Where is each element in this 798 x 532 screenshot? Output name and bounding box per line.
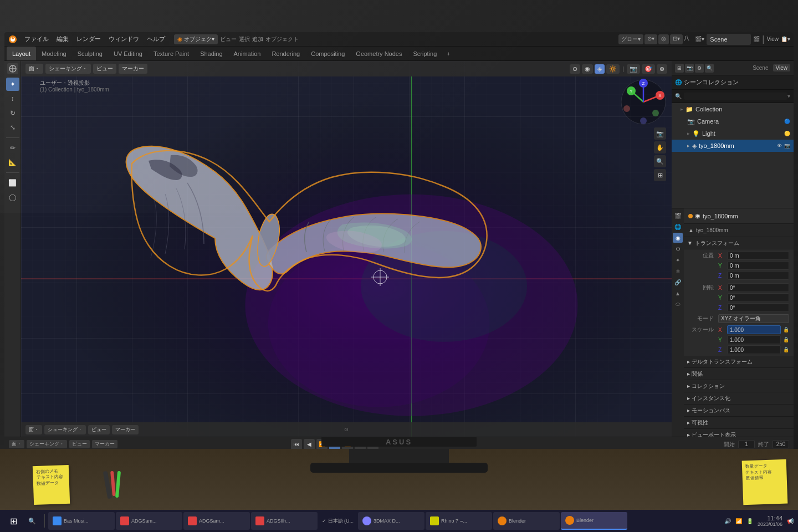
jump-start-btn[interactable]: ⏮ bbox=[291, 439, 302, 450]
tab-uv-editing[interactable]: UV Editing bbox=[108, 47, 148, 60]
props-constraint-icon[interactable]: 🔗 bbox=[673, 277, 683, 287]
panel-icon-3[interactable]: ⚙ bbox=[695, 64, 704, 73]
tab-shading[interactable]: Shading bbox=[195, 47, 228, 60]
scale-y-value[interactable]: 1.000 bbox=[727, 335, 781, 344]
proportional-btn[interactable]: ◎ bbox=[658, 34, 669, 44]
nav-gizmo[interactable]: X Y Z bbox=[620, 79, 667, 126]
location-z-value[interactable]: 0 m bbox=[727, 271, 789, 280]
footer-shading-btn[interactable]: シェーキング・ bbox=[44, 425, 86, 434]
outliner-item-light[interactable]: ▸ 💡 Light 🟡 bbox=[672, 127, 794, 140]
vp-marker-btn[interactable]: マーカー bbox=[119, 64, 147, 74]
props-physics-icon[interactable]: ⚛ bbox=[673, 266, 683, 276]
gizmo-hand[interactable]: ✋ bbox=[654, 141, 666, 154]
glow-btn[interactable]: グロー▾ bbox=[618, 34, 643, 44]
tool-move[interactable]: ↕ bbox=[6, 92, 19, 105]
camera-view-btn[interactable]: 📷 bbox=[627, 64, 640, 74]
timeline-shading-btn[interactable]: シェーキング・ bbox=[27, 440, 67, 448]
add-menu[interactable]: 追加 bbox=[252, 35, 263, 43]
rotation-x-value[interactable]: 0° bbox=[727, 283, 789, 292]
view-menu[interactable]: ビュー bbox=[220, 35, 237, 43]
location-x-value[interactable]: 0 m bbox=[727, 251, 789, 260]
scene-name-input[interactable] bbox=[707, 34, 751, 45]
tyo-render-icon[interactable]: 📷 bbox=[784, 143, 790, 149]
prop-section-4[interactable]: ▸ モーションパス bbox=[684, 405, 794, 417]
scale-z-value[interactable]: 1.000 bbox=[727, 345, 781, 354]
scale-z-lock[interactable]: 🔒 bbox=[783, 347, 789, 352]
prop-section-6[interactable]: ▸ ビューポート表示 bbox=[684, 429, 794, 437]
props-material-icon[interactable]: ⬭ bbox=[673, 299, 683, 309]
taskbar-app-4[interactable]: ADGSIlh... bbox=[251, 512, 318, 530]
select-menu[interactable]: 選択 bbox=[239, 35, 250, 43]
tab-geometry-nodes[interactable]: Geometry Nodes bbox=[350, 47, 407, 60]
timeline-view-btn[interactable]: 面・ bbox=[9, 440, 24, 448]
props-particle-icon[interactable]: ✦ bbox=[673, 255, 683, 265]
menu-help[interactable]: ヘルプ bbox=[144, 34, 168, 44]
taskbar-app-1[interactable]: Bas Musi... bbox=[48, 512, 115, 530]
render2-btn[interactable]: 🎯 bbox=[642, 64, 655, 74]
footer-view-btn[interactable]: 面・ bbox=[25, 425, 42, 434]
gizmo-grid[interactable]: ⊞ bbox=[654, 169, 666, 181]
snap-btn[interactable]: ⊙▾ bbox=[644, 34, 657, 44]
tool-measure[interactable]: 📐 bbox=[6, 156, 19, 169]
props-object-icon[interactable]: ◉ bbox=[673, 233, 683, 243]
scale-y-lock[interactable]: 🔒 bbox=[783, 337, 789, 342]
material-btn[interactable]: ◈ bbox=[595, 64, 605, 74]
prop-section-5[interactable]: ▸ 可視性 bbox=[684, 417, 794, 429]
solid-btn[interactable]: ◉ bbox=[582, 64, 593, 74]
prev-frame-btn[interactable]: ◀ bbox=[304, 439, 315, 450]
prop-section-3[interactable]: ▸ インスタンス化 bbox=[684, 392, 794, 405]
props-scene-icon[interactable]: 🎬 bbox=[673, 211, 683, 221]
transform-btn[interactable]: ⊡▾ bbox=[670, 34, 683, 44]
location-y-value[interactable]: 0 m bbox=[727, 261, 789, 270]
mode-dropdown[interactable]: XYZ オイラー角 bbox=[718, 314, 789, 323]
props-data-icon[interactable]: ▲ bbox=[673, 288, 683, 298]
end-frame-value[interactable]: 250 bbox=[773, 440, 789, 448]
tab-animation[interactable]: Animation bbox=[228, 47, 267, 60]
menu-window[interactable]: ウィンドウ bbox=[105, 34, 142, 44]
tool-annotate[interactable]: ✏ bbox=[6, 141, 19, 155]
tab-scripting[interactable]: Scripting bbox=[407, 47, 442, 60]
tab-modeling[interactable]: Modeling bbox=[36, 47, 72, 60]
outliner-item-collection[interactable]: ▸ 📁 Collection bbox=[672, 103, 794, 115]
tab-texture-paint[interactable]: Texture Paint bbox=[148, 47, 195, 60]
viewport-3d[interactable]: 面・ シェーキング・ ビュー マーカー ⊙ ◉ ◈ 🔆 | 📷 🎯 bbox=[21, 61, 672, 437]
panel-icon-4[interactable]: 🔍 bbox=[705, 64, 714, 73]
footer-view2-btn[interactable]: ビュー bbox=[88, 425, 110, 434]
menu-file[interactable]: ファイル bbox=[21, 34, 52, 44]
outliner-item-tyo[interactable]: ▸ ◈ tyo_1800mm 👁 📷 bbox=[672, 140, 794, 152]
tab-sculpting[interactable]: Sculpting bbox=[72, 47, 108, 60]
vp-shading-btn[interactable]: シェーキング・ bbox=[45, 64, 91, 74]
tool-add-cube[interactable]: ⬜ bbox=[6, 176, 19, 190]
tab-compositing[interactable]: Compositing bbox=[305, 47, 350, 60]
view-label[interactable]: View bbox=[773, 64, 791, 71]
taskbar-app-blender1[interactable]: Blender bbox=[493, 512, 560, 530]
panel-icon-1[interactable]: ⊞ bbox=[675, 64, 684, 73]
tab-rendering[interactable]: Rendering bbox=[266, 47, 305, 60]
prop-section-1[interactable]: ▸ 関係 bbox=[684, 368, 794, 380]
tray-icon-1[interactable]: 🔊 bbox=[724, 518, 731, 524]
taskbar-search[interactable]: 🔍 bbox=[23, 512, 41, 530]
taskbar-app-2[interactable]: ADGSam... bbox=[116, 512, 182, 530]
prop-section-0[interactable]: ▸ デルタトランスフォーム bbox=[684, 356, 794, 368]
scale-x-lock[interactable]: 🔒 bbox=[783, 327, 789, 332]
tool-rotate[interactable]: ↻ bbox=[6, 106, 19, 120]
rotation-z-value[interactable]: 0° bbox=[727, 303, 789, 312]
menu-edit[interactable]: 編集 bbox=[53, 34, 72, 44]
taskbar-app-rhino[interactable]: Rhino 7 ‒... bbox=[426, 512, 492, 530]
props-modifier-icon[interactable]: ⚙ bbox=[673, 244, 683, 254]
timeline-marker-btn[interactable]: マーカー bbox=[92, 440, 117, 448]
footer-marker-btn[interactable]: マーカー bbox=[112, 425, 139, 434]
overlay-btn[interactable]: ⊛ bbox=[657, 64, 667, 74]
render-btn[interactable]: 🔆 bbox=[606, 64, 620, 74]
filter-icon[interactable]: ▾ bbox=[787, 93, 790, 99]
object-menu[interactable]: オブジェクト bbox=[265, 35, 299, 43]
vp-view-btn[interactable]: 面・ bbox=[25, 64, 43, 74]
menu-render[interactable]: レンダー bbox=[73, 34, 104, 44]
prop-section-2[interactable]: ▸ コレクション bbox=[684, 380, 794, 392]
transform-section-header[interactable]: ▼ トランスフォーム bbox=[684, 237, 794, 249]
tray-icon-3[interactable]: 🔋 bbox=[746, 518, 753, 524]
notification-icon[interactable]: 📢 bbox=[787, 518, 794, 524]
vp-view2-btn[interactable]: ビュー bbox=[93, 64, 116, 74]
clock[interactable]: 11:44 2023/01/06 bbox=[758, 515, 782, 527]
tool-scale[interactable]: ⤡ bbox=[6, 121, 19, 134]
